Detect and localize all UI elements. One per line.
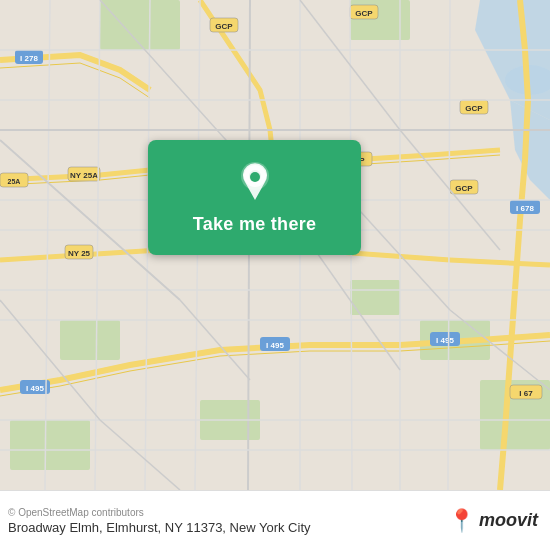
svg-rect-7 bbox=[10, 420, 90, 470]
bottom-left: © OpenStreetMap contributors Broadway El… bbox=[8, 507, 311, 535]
svg-text:NY 25: NY 25 bbox=[68, 249, 91, 258]
svg-text:I 495: I 495 bbox=[266, 341, 284, 350]
moovit-pin-icon: 📍 bbox=[448, 508, 475, 534]
moovit-logo: 📍 moovit bbox=[448, 508, 538, 534]
svg-text:NY 25A: NY 25A bbox=[70, 171, 98, 180]
svg-rect-10 bbox=[100, 0, 180, 50]
take-me-there-button[interactable]: Take me there bbox=[148, 140, 361, 255]
svg-text:I 678: I 678 bbox=[516, 204, 534, 213]
svg-text:I 278: I 278 bbox=[20, 54, 38, 63]
address-text: Broadway Elmh, Elmhurst, NY 11373, New Y… bbox=[8, 520, 311, 535]
svg-text:GCP: GCP bbox=[215, 22, 233, 31]
svg-text:I 495: I 495 bbox=[436, 336, 454, 345]
map-area: I 278 NY 25A GCP NY 25 NY 25 I 495 I 495… bbox=[0, 0, 550, 490]
svg-text:GCP: GCP bbox=[355, 9, 373, 18]
svg-rect-4 bbox=[60, 320, 120, 360]
moovit-brand-name: moovit bbox=[479, 510, 538, 531]
svg-text:GCP: GCP bbox=[465, 104, 483, 113]
take-me-there-label: Take me there bbox=[193, 214, 317, 235]
svg-point-74 bbox=[250, 172, 260, 182]
bottom-bar: © OpenStreetMap contributors Broadway El… bbox=[0, 490, 550, 550]
svg-text:I 495: I 495 bbox=[26, 384, 44, 393]
svg-text:I 67: I 67 bbox=[519, 389, 533, 398]
svg-text:GCP: GCP bbox=[455, 184, 473, 193]
location-pin-icon bbox=[236, 160, 274, 206]
attribution-text: © OpenStreetMap contributors bbox=[8, 507, 311, 518]
svg-text:25A: 25A bbox=[8, 178, 21, 185]
